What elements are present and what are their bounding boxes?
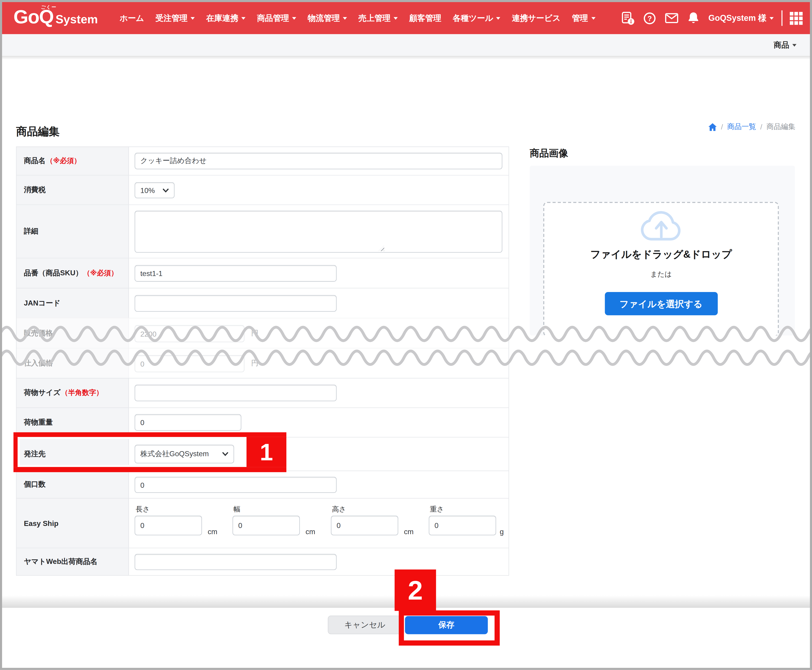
unit-suffix: cm — [305, 528, 315, 536]
chevron-down-icon — [394, 17, 398, 19]
unit-suffix: g — [500, 528, 504, 536]
drop-zone-text: ファイルをドラッグ&ドロップ — [544, 247, 778, 261]
tax-select[interactable]: 10% — [135, 182, 175, 198]
breadcrumb: / 商品一覧 / 商品編集 — [709, 122, 795, 132]
chevron-down-icon — [343, 17, 347, 19]
save-button[interactable]: 保存 — [405, 616, 488, 634]
unit-suffix: cm — [208, 528, 217, 536]
goqsystem-product-edit-page: ごくー GoQ System ホーム 受注管理 在庫連携 商品管理 物流管理 売… — [0, 0, 812, 670]
package-size-input[interactable] — [135, 385, 337, 401]
chevron-down-icon — [242, 17, 246, 19]
row-yamato-name: ヤマトWeb出荷商品名 — [17, 548, 509, 575]
cloud-upload-icon — [635, 207, 687, 248]
bell-icon[interactable] — [687, 12, 700, 25]
sale-price-input[interactable]: 2200 — [135, 325, 244, 342]
user-menu[interactable]: GoQSystem 様 — [709, 13, 773, 24]
logo-ruby: ごくー — [41, 4, 57, 11]
product-name-input[interactable]: クッキー詰め合わせ — [135, 153, 502, 169]
chevron-down-icon — [770, 17, 773, 19]
row-product-name: 商品名（※必須） クッキー詰め合わせ — [17, 147, 509, 175]
mail-icon[interactable] — [665, 13, 678, 23]
chevron-down-icon — [591, 17, 595, 19]
row-package-size: 荷物サイズ（半角数字） — [17, 378, 509, 408]
nav-logistics-management[interactable]: 物流管理 — [302, 13, 353, 24]
row-tax: 消費税 10% — [17, 175, 509, 205]
sku-input[interactable]: test1-1 — [135, 265, 337, 281]
nav-home[interactable]: ホーム — [114, 13, 150, 24]
breadcrumb-current: 商品編集 — [766, 122, 795, 132]
user-name: GoQSystem 様 — [709, 13, 766, 24]
row-jan: JANコード — [17, 288, 509, 318]
file-drop-zone[interactable]: ファイルをドラッグ&ドロップ または ファイルを選択する — [543, 202, 779, 335]
footer-divider-shadow — [2, 596, 810, 608]
supplier-select[interactable]: 株式会社GoQSystem — [135, 445, 234, 464]
nav-stock-link[interactable]: 在庫連携 — [201, 13, 251, 24]
help-icon[interactable]: ? — [643, 12, 656, 25]
product-edit-form: 商品名（※必須） クッキー詰め合わせ 消費税 10% 詳細 品番（商品SKU）（… — [16, 147, 509, 576]
header-divider — [781, 10, 783, 26]
nav-tools[interactable]: 各種ツール — [447, 13, 506, 24]
nav-admin[interactable]: 管理 — [566, 13, 601, 24]
easyship-height-input[interactable]: 0 — [331, 516, 398, 535]
package-weight-input[interactable]: 0 — [135, 414, 241, 431]
page-title: 商品編集 — [16, 124, 59, 139]
chevron-down-icon — [163, 188, 169, 192]
easyship-width-input[interactable]: 0 — [232, 516, 300, 535]
row-supplier: 発注先 株式会社GoQSystem — [17, 437, 509, 470]
required-marker: （※必須） — [83, 269, 118, 278]
yen-suffix: 円 — [251, 329, 258, 338]
chevron-down-icon — [496, 17, 500, 19]
home-icon[interactable] — [709, 123, 717, 131]
row-purchase-price: 仕入価格 0 円 — [17, 348, 509, 378]
yamato-name-input[interactable] — [135, 554, 337, 570]
unit-suffix: cm — [404, 528, 414, 536]
row-sale-price: 販売価格 2200 円 — [17, 318, 509, 348]
breadcrumb-product-list[interactable]: 商品一覧 — [727, 122, 756, 132]
image-panel-title: 商品画像 — [530, 147, 568, 160]
chevron-down-icon — [292, 17, 296, 19]
select-file-button[interactable]: ファイルを選択する — [605, 292, 717, 315]
yen-suffix: 円 — [251, 359, 258, 368]
nav-customer-management[interactable]: 顧客管理 — [403, 13, 447, 24]
drop-zone-or: または — [544, 270, 778, 279]
product-menu-dropdown[interactable]: 商品 — [773, 40, 797, 50]
row-easy-ship: Easy Ship 長さ 0 cm 幅 0 cm 高さ 0 cm 重さ 0 g — [17, 498, 509, 548]
format-marker: （半角数字） — [61, 388, 103, 398]
row-detail: 詳細 — [17, 205, 509, 258]
easyship-weight-input[interactable]: 0 — [429, 516, 496, 535]
sub-menu-bar: 商品 — [2, 34, 810, 56]
cancel-button[interactable]: キャンセル — [328, 616, 402, 634]
purchase-price-input[interactable]: 0 — [135, 355, 244, 372]
detail-textarea[interactable] — [135, 211, 502, 252]
logo-sub: System — [56, 12, 98, 26]
row-sku: 品番（商品SKU）（※必須） test1-1 — [17, 258, 509, 288]
nav-order-management[interactable]: 受注管理 — [150, 13, 201, 24]
chevron-down-icon — [222, 452, 228, 456]
chevron-down-icon — [792, 44, 797, 46]
image-upload-panel: ファイルをドラッグ&ドロップ または ファイルを選択する — [530, 166, 795, 335]
subbar-shadow — [2, 56, 810, 60]
goqsystem-logo[interactable]: ごくー GoQ System — [14, 6, 98, 28]
chevron-down-icon — [191, 17, 195, 19]
nav-product-management[interactable]: 商品管理 — [251, 13, 302, 24]
nav-services[interactable]: 連携サービス — [506, 13, 566, 24]
row-package-count: 個口数 0 — [17, 470, 509, 498]
header-right-group: ? GoQSystem 様 — [622, 2, 803, 34]
apps-grid-icon[interactable] — [790, 12, 803, 25]
top-nav-bar: ごくー GoQ System ホーム 受注管理 在庫連携 商品管理 物流管理 売… — [2, 2, 810, 34]
package-count-input[interactable]: 0 — [135, 477, 337, 493]
easyship-length-input[interactable]: 0 — [135, 516, 202, 535]
main-nav: ホーム 受注管理 在庫連携 商品管理 物流管理 売上管理 顧客管理 各種ツール … — [114, 2, 601, 34]
required-marker: （※必須） — [46, 156, 81, 166]
nav-sales-management[interactable]: 売上管理 — [353, 13, 403, 24]
row-package-weight: 荷物重量 0 — [17, 408, 509, 437]
document-info-icon[interactable] — [622, 11, 634, 25]
svg-text:?: ? — [648, 14, 652, 22]
jan-input[interactable] — [135, 295, 337, 311]
